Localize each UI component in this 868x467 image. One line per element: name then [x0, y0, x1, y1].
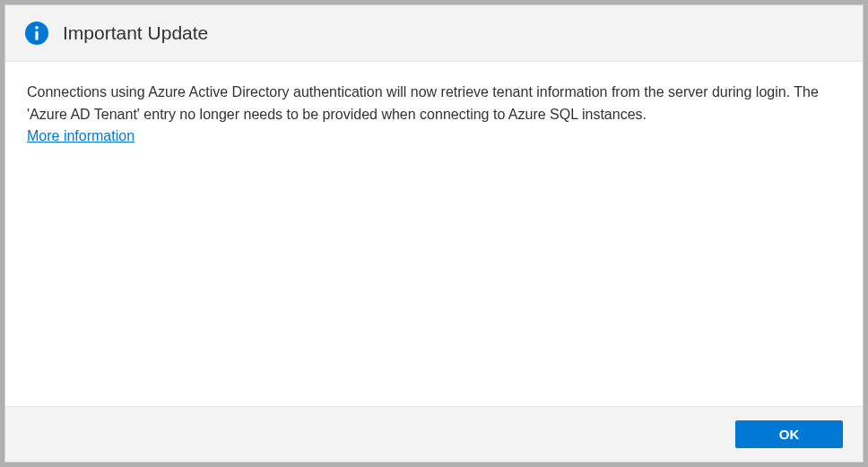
more-information-link[interactable]: More information — [27, 128, 135, 144]
dialog-content: Connections using Azure Active Directory… — [5, 62, 863, 406]
dialog-header: Important Update — [5, 5, 863, 62]
info-icon — [25, 22, 48, 45]
ok-button[interactable]: OK — [735, 420, 843, 448]
dialog-message: Connections using Azure Active Directory… — [27, 82, 841, 126]
svg-rect-2 — [35, 31, 38, 40]
svg-rect-1 — [35, 26, 38, 29]
dialog: Important Update Connections using Azure… — [4, 4, 864, 463]
dialog-footer: OK — [5, 406, 863, 462]
dialog-title: Important Update — [63, 22, 208, 44]
